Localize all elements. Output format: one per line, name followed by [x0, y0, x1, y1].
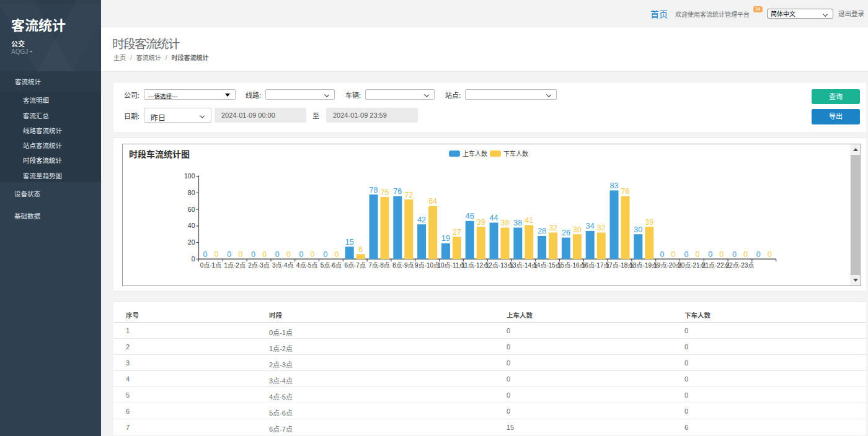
- svg-text:27: 27: [453, 228, 461, 237]
- svg-text:4点-5点: 4点-5点: [296, 262, 317, 269]
- svg-text:34: 34: [586, 222, 595, 230]
- svg-text:0: 0: [275, 250, 280, 259]
- svg-text:0: 0: [743, 250, 748, 259]
- svg-text:76: 76: [621, 187, 630, 196]
- svg-text:100: 100: [184, 172, 195, 180]
- svg-text:0: 0: [756, 250, 761, 259]
- svg-text:75: 75: [381, 188, 389, 197]
- svg-text:0: 0: [334, 250, 339, 259]
- svg-text:3点-4点: 3点-4点: [272, 262, 293, 269]
- svg-text:40: 40: [188, 222, 195, 229]
- svg-text:7点-8点: 7点-8点: [368, 262, 389, 269]
- svg-text:0: 0: [227, 250, 231, 259]
- svg-text:46: 46: [466, 212, 474, 220]
- svg-text:76: 76: [393, 187, 402, 196]
- svg-text:15: 15: [345, 238, 354, 246]
- svg-text:0: 0: [695, 250, 699, 259]
- svg-text:44: 44: [490, 214, 498, 222]
- svg-text:39: 39: [645, 218, 653, 227]
- svg-text:39: 39: [477, 218, 485, 227]
- svg-text:5点-6点: 5点-6点: [321, 262, 342, 269]
- svg-text:42: 42: [417, 216, 426, 224]
- svg-text:0: 0: [311, 250, 315, 259]
- svg-text:0: 0: [768, 250, 772, 259]
- svg-text:0点-1点: 0点-1点: [200, 262, 221, 269]
- svg-text:2点-3点: 2点-3点: [248, 262, 269, 269]
- svg-text:64: 64: [428, 197, 437, 206]
- svg-text:0: 0: [262, 250, 267, 259]
- svg-text:28: 28: [538, 227, 546, 235]
- svg-text:9点-10点: 9点-10点: [415, 262, 440, 269]
- svg-text:8点-9点: 8点-9点: [392, 262, 414, 269]
- svg-text:0: 0: [203, 250, 207, 259]
- svg-text:0: 0: [719, 250, 724, 259]
- svg-text:38: 38: [513, 219, 522, 227]
- svg-text:0: 0: [684, 250, 688, 259]
- svg-text:0: 0: [299, 250, 304, 259]
- svg-text:6点-7点: 6点-7点: [344, 262, 365, 269]
- svg-text:32: 32: [597, 224, 606, 232]
- svg-text:19: 19: [441, 234, 450, 243]
- svg-text:22点-23点: 22点-23点: [726, 262, 755, 269]
- svg-text:6: 6: [358, 245, 363, 254]
- svg-text:38: 38: [501, 219, 510, 227]
- svg-text:26: 26: [562, 229, 570, 237]
- svg-text:20: 20: [188, 238, 195, 246]
- svg-text:0: 0: [238, 250, 242, 259]
- svg-text:1点-2点: 1点-2点: [224, 262, 245, 269]
- svg-text:30: 30: [634, 225, 642, 234]
- svg-text:72: 72: [404, 191, 413, 199]
- svg-text:60: 60: [188, 206, 195, 213]
- svg-text:83: 83: [610, 181, 619, 190]
- svg-text:0: 0: [286, 250, 291, 259]
- svg-text:30: 30: [573, 225, 582, 234]
- svg-text:78: 78: [370, 186, 378, 194]
- svg-text:0: 0: [671, 250, 676, 259]
- svg-text:0: 0: [708, 250, 712, 259]
- svg-text:0: 0: [214, 250, 218, 259]
- svg-text:0: 0: [251, 250, 255, 259]
- svg-text:80: 80: [188, 189, 195, 196]
- svg-text:0: 0: [732, 250, 737, 259]
- svg-text:0: 0: [660, 250, 665, 259]
- svg-text:41: 41: [525, 216, 533, 225]
- svg-text:32: 32: [549, 224, 557, 232]
- svg-text:0: 0: [323, 250, 327, 259]
- svg-text:0: 0: [192, 255, 195, 263]
